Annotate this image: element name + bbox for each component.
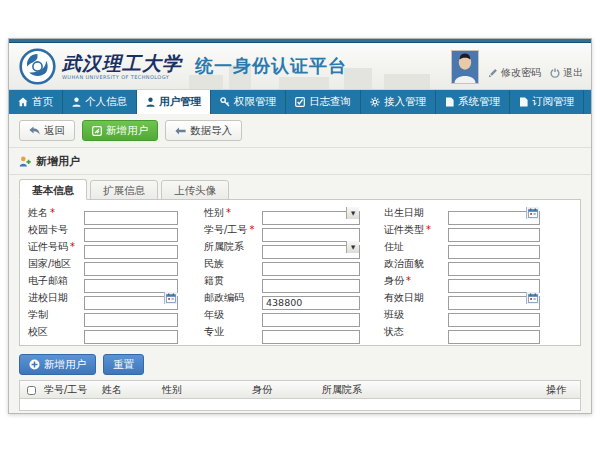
table-column-header-2: 性别: [158, 383, 248, 397]
university-name-block: 武汉理工大学 WUHAN UNIVERSITY OF TECHNOLOGY: [62, 53, 182, 80]
data-import-button[interactable]: 数据导入: [165, 120, 242, 141]
nav-tab-user-management[interactable]: 用户管理: [137, 90, 211, 114]
nav-tab-label: 订阅管理: [532, 95, 574, 109]
nav-tab-label: 首页: [32, 95, 53, 109]
doc-icon: [445, 97, 454, 107]
calendar-icon[interactable]: [526, 207, 539, 219]
nav-tab-log-query[interactable]: 日志查询: [286, 90, 361, 114]
panel-body: 姓名*性别*▼出生日期校园卡号学号/工号*证件类型*证件号码*所属院系▼住址国家…: [19, 200, 581, 346]
enroll-date-label: 进校日期: [28, 291, 84, 305]
table-empty-body: [20, 399, 580, 410]
calendar-icon[interactable]: [526, 292, 539, 304]
nav-tab-label: 接入管理: [384, 95, 426, 109]
university-logo-icon: [19, 48, 56, 85]
chevron-down-icon[interactable]: ▼: [346, 207, 359, 219]
nav-tab-profile[interactable]: 个人信息: [63, 90, 137, 114]
id-number-label: 证件号码*: [28, 240, 84, 254]
form-panel: 基本信息扩展信息上传头像 姓名*性别*▼出生日期校园卡号学号/工号*证件类型*证…: [19, 179, 581, 346]
nav-tab-label: 日志查询: [309, 95, 351, 109]
submit-add-user-button[interactable]: 新增用户: [19, 354, 96, 375]
new-user-doc-icon: [92, 126, 102, 136]
panel-tab-basic-info[interactable]: 基本信息: [19, 179, 87, 200]
nav-tab-label: 权限管理: [234, 95, 276, 109]
plus-circle-icon: [29, 359, 40, 370]
table-column-header-4: 所属院系: [318, 383, 542, 397]
add-user-toolbar-label: 新增用户: [106, 124, 148, 138]
campus-card-label: 校园卡号: [28, 223, 84, 237]
status-input[interactable]: [448, 330, 540, 344]
select-all-checkbox[interactable]: [27, 386, 36, 395]
university-name-cn: 武汉理工大学: [62, 53, 182, 74]
results-table: 学号/工号姓名性别身份所属院系操作: [19, 380, 581, 411]
gender-label: 性别*: [204, 206, 262, 220]
doc-icon: [519, 97, 528, 107]
back-arrow-icon: [29, 126, 40, 135]
campus-input[interactable]: [84, 330, 178, 344]
reset-button-label: 重置: [113, 358, 134, 372]
add-user-toolbar-button[interactable]: 新增用户: [82, 120, 158, 141]
panel-tab-upload-avatar[interactable]: 上传头像: [161, 180, 229, 200]
toolbar: 返回 新增用户 数据导入: [9, 114, 591, 148]
change-password-label: 修改密码: [501, 66, 541, 80]
school-system-label: 学制: [28, 308, 84, 322]
grade-label: 年级: [204, 308, 262, 322]
email-label: 电子邮箱: [28, 274, 84, 288]
country-region-label: 国家/地区: [28, 257, 84, 271]
nav-tab-label: 系统管理: [458, 95, 500, 109]
back-button-label: 返回: [44, 124, 65, 138]
logout-link[interactable]: 退出: [550, 66, 583, 84]
valid-date-label: 有效日期: [384, 291, 448, 305]
identity-label: 身份*: [384, 274, 448, 288]
user-area: 修改密码 退出: [451, 50, 583, 84]
birth-date-label: 出生日期: [384, 206, 448, 220]
key-icon: [220, 97, 230, 107]
status-label: 状态: [384, 325, 448, 339]
required-asterisk: *: [249, 224, 254, 235]
nav-tab-permission-management[interactable]: 权限管理: [211, 90, 286, 114]
table-header: 学号/工号姓名性别身份所属院系操作: [20, 381, 580, 399]
political-status-label: 政治面貌: [384, 257, 448, 271]
required-asterisk: *: [406, 275, 411, 286]
user-avatar: [451, 50, 479, 84]
ethnicity-label: 民族: [204, 257, 262, 271]
major-input[interactable]: [262, 330, 360, 344]
form-actions: 新增用户 重置: [19, 354, 591, 375]
major-label: 专业: [204, 325, 262, 339]
platform-title: 统一身份认证平台: [195, 54, 347, 78]
nav-tab-access-management[interactable]: 接入管理: [361, 90, 436, 114]
table-column-header-0: 学号/工号: [40, 383, 98, 397]
content: 返回 新增用户 数据导入 新增用户 基本信息扩展信息上传头像 姓名*性别*▼出生…: [9, 114, 591, 414]
logout-label: 退出: [563, 66, 583, 80]
section-title: 新增用户: [36, 154, 80, 169]
chevron-down-icon[interactable]: ▼: [346, 241, 359, 253]
log-icon: [295, 97, 305, 107]
calendar-icon[interactable]: [164, 292, 177, 304]
name-label: 姓名*: [28, 206, 84, 220]
home-icon: [18, 97, 28, 107]
data-import-label: 数据导入: [190, 124, 232, 138]
address-label: 住址: [384, 240, 448, 254]
panel-tab-extended-info[interactable]: 扩展信息: [90, 180, 158, 200]
required-asterisk: *: [70, 241, 75, 252]
university-name-en: WUHAN UNIVERSITY OF TECHNOLOGY: [62, 74, 182, 80]
nav-tab-system-management[interactable]: 系统管理: [436, 90, 510, 114]
add-person-icon: [19, 156, 31, 167]
panel-tabs: 基本信息扩展信息上传头像: [19, 179, 581, 200]
form-grid: 姓名*性别*▼出生日期校园卡号学号/工号*证件类型*证件号码*所属院系▼住址国家…: [28, 206, 572, 339]
postal-code-label: 邮政编码: [204, 291, 262, 305]
id-type-label: 证件类型*: [384, 223, 448, 237]
nav-tab-subscription-management[interactable]: 订阅管理: [510, 90, 584, 114]
back-button[interactable]: 返回: [19, 120, 75, 141]
power-icon: [550, 68, 560, 78]
reset-button[interactable]: 重置: [103, 354, 144, 375]
change-password-link[interactable]: 修改密码: [488, 66, 541, 84]
pencil-icon: [488, 68, 498, 78]
nav-tab-home[interactable]: 首页: [9, 90, 63, 114]
class-label: 班级: [384, 308, 448, 322]
nav-tab-label: 用户管理: [159, 95, 201, 109]
nav-tab-label: 个人信息: [85, 95, 127, 109]
native-place-label: 籍贯: [204, 274, 262, 288]
nav-bar: 首页个人信息用户管理权限管理日志查询接入管理系统管理订阅管理: [9, 90, 591, 114]
submit-add-user-label: 新增用户: [44, 358, 86, 372]
import-arrow-icon: [175, 127, 186, 135]
